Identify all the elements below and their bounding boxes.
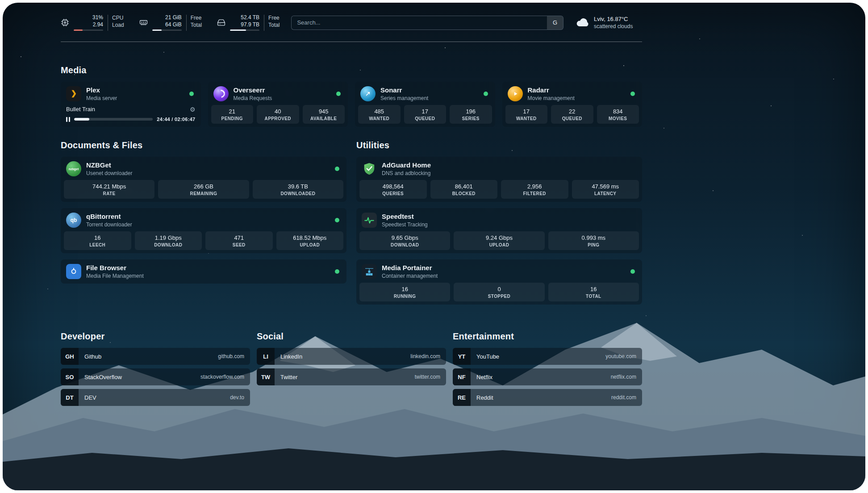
status-online-dot xyxy=(630,269,635,274)
top-bar: 31% 2.94 CPU Load xyxy=(61,14,642,31)
stat-stopped: 0 STOPPED xyxy=(454,283,544,301)
stat-available: 945 AVAILABLE xyxy=(303,105,345,124)
filebrowser-icon xyxy=(66,264,81,279)
bookmark-abbr: YT xyxy=(453,348,471,365)
service-card-adguard[interactable]: AdGuard Home DNS and adblocking 498,564 … xyxy=(356,157,642,202)
now-playing-title: Bullet Train xyxy=(66,106,95,113)
playback-time: 24:44 / 02:06:47 xyxy=(157,117,195,122)
bookmark-stackoverflow[interactable]: SO StackOverflow stackoverflow.com xyxy=(61,368,250,385)
section-title-documents: Documents & Files xyxy=(61,140,346,150)
bookmarks-group-developer: Developer GH Github github.com SO StackO… xyxy=(61,331,250,406)
service-stats: 485 WANTED 17 QUEUED 196 SERIES xyxy=(358,105,492,124)
section-title-entertainment: Entertainment xyxy=(453,331,642,342)
weather-widget: Lviv, 16.87°C scattered clouds xyxy=(575,16,642,29)
bookmark-netflix[interactable]: NF Netflix netflix.com xyxy=(453,368,642,385)
bookmark-abbr: TW xyxy=(257,368,275,385)
service-name: Media Portainer xyxy=(382,264,438,272)
stat-download: 9.65 Gbps DOWNLOAD xyxy=(359,231,450,250)
section-title-media: Media xyxy=(61,65,642,75)
service-name: qBittorrent xyxy=(86,213,132,221)
service-card-overseerr[interactable]: Overseerr Media Requests 21 PENDING 40 A… xyxy=(208,82,348,127)
bookmark-youtube[interactable]: YT YouTube youtube.com xyxy=(453,348,642,365)
status-online-dot xyxy=(630,92,635,96)
bookmarks-area: Developer GH Github github.com SO StackO… xyxy=(61,331,642,424)
bookmark-abbr: RE xyxy=(453,389,471,406)
pause-icon[interactable] xyxy=(66,117,70,122)
cpu-icon xyxy=(61,18,69,27)
stat-filtered: 2,956 FILTERED xyxy=(501,180,568,199)
cpu-load: 2.94 xyxy=(93,21,103,28)
bookmark-linkedin[interactable]: LI LinkedIn linkedin.com xyxy=(257,348,446,365)
sonarr-icon xyxy=(360,86,376,101)
disk-labels: Free Total xyxy=(264,15,280,31)
bookmarks-group-entertainment: Entertainment YT YouTube youtube.com NF … xyxy=(453,331,642,406)
service-description: DNS and adblocking xyxy=(382,170,431,176)
service-card-sonarr[interactable]: Sonarr Series management 485 WANTED 17 Q… xyxy=(355,82,495,127)
cpu-usage-bar xyxy=(74,29,103,31)
settings-gear-icon[interactable]: ⚙ xyxy=(190,106,196,113)
cpu-resource-widget: 31% 2.94 CPU Load xyxy=(61,14,124,31)
ram-total: 64 GiB xyxy=(165,21,182,28)
stat-queued: 22 QUEUED xyxy=(551,105,593,124)
disk-free: 52.4 TB xyxy=(241,14,259,21)
plex-icon xyxy=(66,86,81,101)
stat-movies: 834 MOVIES xyxy=(597,105,639,124)
stat-remaining: 266 GB REMAINING xyxy=(158,180,249,199)
cpu-percent: 31% xyxy=(92,14,103,21)
service-card-portainer[interactable]: Media Portainer Container management 16 … xyxy=(356,259,642,305)
stat-approved: 40 APPROVED xyxy=(257,105,299,124)
overseerr-icon xyxy=(213,86,229,101)
bookmark-abbr: DT xyxy=(61,389,79,406)
search-input[interactable] xyxy=(291,16,563,30)
bookmark-abbr: LI xyxy=(257,348,275,365)
service-stats: 744.21 Mbps RATE 266 GB REMAINING 39.6 T… xyxy=(64,180,343,199)
section-title-utilities: Utilities xyxy=(356,140,642,150)
dashboard-screen: 31% 2.94 CPU Load xyxy=(3,3,865,490)
middle-columns: Documents & Files nzbget NZBGet Usenet d… xyxy=(61,127,642,311)
documents-section: Documents & Files nzbget NZBGet Usenet d… xyxy=(61,127,346,290)
service-name: Radarr xyxy=(528,86,575,94)
qbittorrent-icon: qb xyxy=(66,213,81,228)
dashboard-content: 31% 2.94 CPU Load xyxy=(61,3,642,424)
now-playing-row: Bullet Train ⚙ xyxy=(64,105,198,113)
bookmark-abbr: SO xyxy=(61,368,79,385)
stat-wanted: 17 WANTED xyxy=(505,105,548,124)
stat-wanted: 485 WANTED xyxy=(358,105,401,124)
section-title-social: Social xyxy=(257,331,446,342)
service-card-nzbget[interactable]: nzbget NZBGet Usenet downloader 744.21 M… xyxy=(61,157,346,202)
cloud-icon xyxy=(575,16,589,29)
stat-downloaded: 39.6 TB DOWNLOADED xyxy=(253,180,343,199)
weather-condition: scattered clouds xyxy=(594,23,633,29)
bookmark-twitter[interactable]: TW Twitter twitter.com xyxy=(257,368,446,385)
service-stats: 9.65 Gbps DOWNLOAD 9.24 Gbps UPLOAD 0.99… xyxy=(359,231,639,250)
bookmark-github[interactable]: GH Github github.com xyxy=(61,348,250,365)
bookmark-dev[interactable]: DT DEV dev.to xyxy=(61,389,250,406)
stat-upload: 618.52 Mbps UPLOAD xyxy=(276,231,344,250)
cpu-labels: CPU Load xyxy=(108,15,124,31)
service-description: Series management xyxy=(380,95,428,101)
weather-location: Lviv, 16.87°C xyxy=(594,16,633,22)
service-card-speedtest[interactable]: Speedtest Speedtest Tracking 9.65 Gbps D… xyxy=(356,208,642,253)
playback-progress-bar[interactable] xyxy=(74,118,153,121)
status-online-dot xyxy=(335,218,339,222)
cpu-values: 31% 2.94 xyxy=(74,14,103,31)
bookmark-reddit[interactable]: RE Reddit reddit.com xyxy=(453,389,642,406)
status-online-dot xyxy=(336,92,341,96)
stat-upload: 9.24 Gbps UPLOAD xyxy=(454,231,544,250)
plex-text: Plex Media server xyxy=(86,86,117,101)
service-stats: 17 WANTED 22 QUEUED 834 MOVIES xyxy=(505,105,639,124)
stat-leech: 16 LEECH xyxy=(64,231,131,250)
service-stats: 16 RUNNING 0 STOPPED 16 TOTAL xyxy=(359,283,639,301)
disk-resource-widget: 52.4 TB 97.9 TB Free Total xyxy=(217,14,280,31)
service-card-qbittorrent[interactable]: qb qBittorrent Torrent downloader 16 LEE… xyxy=(61,208,346,253)
search-provider-button[interactable]: G xyxy=(547,16,563,29)
service-card-filebrowser[interactable]: File Browser Media File Management xyxy=(61,259,346,284)
hard-drive-icon xyxy=(217,18,225,27)
service-card-radarr[interactable]: Radarr Movie management 17 WANTED 22 QUE… xyxy=(502,82,643,127)
status-online-dot xyxy=(335,167,339,171)
disk-usage-bar xyxy=(230,29,259,31)
service-name: AdGuard Home xyxy=(382,161,431,169)
nzbget-icon: nzbget xyxy=(66,161,81,176)
service-description: Speedtest Tracking xyxy=(382,221,428,228)
service-card-plex[interactable]: Plex Media server Bullet Train ⚙ 24:44 /… xyxy=(61,82,201,127)
